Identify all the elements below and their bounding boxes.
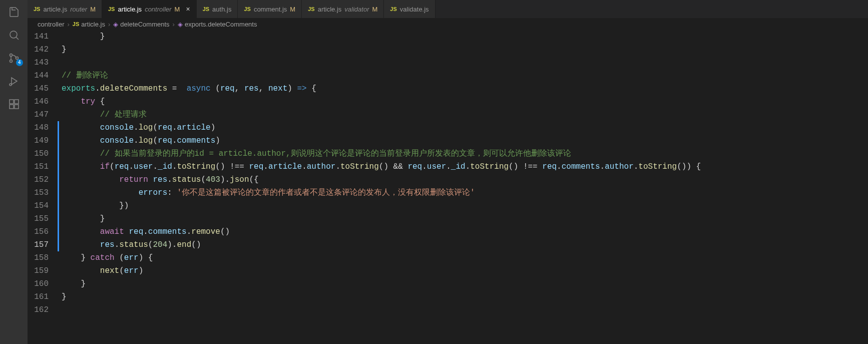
code-line[interactable]: errors: '你不是这篇被评论的文章的作者或者不是这条评论的发布人，没有权限… [62,186,868,199]
editor[interactable]: 1411421431441451461471481491501511521531… [28,30,868,344]
line-number: 158 [28,251,49,264]
code-line[interactable]: if(req.user._id.toString() !== req.artic… [62,160,868,173]
code-line[interactable]: // 处理请求 [62,108,868,121]
tab-article-js[interactable]: JSarticle.jsrouterM [28,0,102,18]
line-modified-marker [58,173,59,186]
code-line[interactable]: } [62,43,868,56]
close-icon[interactable]: × [186,5,190,13]
code-line[interactable] [62,303,868,316]
js-icon: JS [203,6,209,12]
tab-description: validator [344,6,369,13]
js-icon: JS [34,6,40,12]
line-number: 142 [28,43,49,56]
code-line[interactable]: exports.deleteComments = async (req, res… [62,82,868,95]
js-icon: JS [390,6,396,12]
breadcrumb-symbol-label: deleteComments [120,21,169,28]
extensions-icon[interactable] [7,97,21,111]
svg-point-2 [10,60,12,63]
code-line[interactable]: } [62,277,868,290]
main-area: JSarticle.jsrouterMJSarticle.jscontrolle… [28,0,868,344]
search-icon[interactable] [7,28,21,42]
line-number: 141 [28,30,49,43]
source-control-icon[interactable]: 4 [7,51,21,65]
tab-modified-indicator: M [90,6,96,13]
breadcrumbs[interactable]: controller › JS article.js › ◈ deleteCom… [28,18,868,30]
code-line[interactable]: try { [62,95,868,108]
js-icon: JS [108,6,115,12]
code-line[interactable]: return res.status(403).json({ [62,173,868,186]
line-number: 155 [28,212,49,225]
tab-filename: validate.js [400,6,429,13]
line-modified-marker [58,134,59,147]
js-icon: JS [308,6,314,12]
line-number: 151 [28,160,49,173]
code-line[interactable]: next(err) [62,264,868,277]
tab-filename: auth.js [212,6,231,13]
code-content[interactable]: }}// 删除评论exports.deleteComments = async … [60,30,868,344]
svg-point-1 [10,54,12,57]
svg-point-0 [10,31,17,38]
line-modified-marker [58,160,59,173]
code-line[interactable]: } [62,290,868,303]
line-number: 148 [28,121,49,134]
line-number: 156 [28,225,49,238]
code-line[interactable]: }) [62,199,868,212]
breadcrumb-file[interactable]: JS article.js [73,21,105,28]
svg-rect-5 [10,100,14,104]
activity-bar: 4 [0,0,28,344]
line-number: 153 [28,186,49,199]
code-line[interactable]: } catch (err) { [62,251,868,264]
breadcrumb-folder[interactable]: controller [38,21,64,28]
explorer-icon[interactable] [7,5,21,19]
svg-rect-7 [10,105,14,109]
breadcrumb-sep: › [67,21,69,28]
js-icon: JS [244,6,250,12]
breadcrumb-sep: › [108,21,110,28]
symbol-icon: ◈ [178,21,183,28]
tab-modified-indicator: M [372,6,377,13]
tab-modified-indicator: M [175,6,180,13]
svg-rect-8 [15,105,19,109]
line-number: 152 [28,173,49,186]
tab-filename: article.js [43,6,67,13]
breadcrumb-symbol[interactable]: ◈ deleteComments [113,21,169,28]
breadcrumb-symbol[interactable]: ◈ exports.deleteComments [178,21,257,28]
run-debug-icon[interactable] [7,74,21,88]
line-number: 157 [28,238,49,251]
line-number: 162 [28,303,49,316]
line-number: 146 [28,95,49,108]
tab-description: controller [145,6,171,13]
svg-point-4 [10,84,12,86]
code-line[interactable]: // 如果当前登录的用户的id = article.author,则说明这个评论… [62,147,868,160]
tab-article-js[interactable]: JSarticle.jscontrollerM× [102,0,197,18]
line-number: 159 [28,264,49,277]
code-line[interactable]: } [62,212,868,225]
scm-badge: 4 [16,59,23,66]
code-line[interactable]: console.log(req.comments) [62,134,868,147]
code-line[interactable]: res.status(204).end() [62,238,868,251]
line-modified-marker [58,199,59,212]
breadcrumb-file-label: article.js [81,21,105,28]
code-line[interactable] [62,56,868,69]
line-modified-marker [58,147,59,160]
code-line[interactable]: await req.comments.remove() [62,225,868,238]
breadcrumb-sep: › [173,21,175,28]
tab-article-js[interactable]: JSarticle.jsvalidatorM [302,0,384,18]
tab-validate-js[interactable]: JSvalidate.js [384,0,435,18]
line-number: 149 [28,134,49,147]
line-modified-marker [58,225,59,238]
tab-filename: comment.js [254,6,287,13]
line-number: 160 [28,277,49,290]
breadcrumb-symbol-label: exports.deleteComments [185,21,257,28]
symbol-icon: ◈ [113,21,118,28]
line-number: 154 [28,199,49,212]
tab-filename: article.js [318,6,342,13]
code-line[interactable]: } [62,30,868,43]
line-number: 143 [28,56,49,69]
tab-description: router [70,6,87,13]
tab-comment-js[interactable]: JScomment.jsM [238,0,302,18]
code-line[interactable]: console.log(req.article) [62,121,868,134]
tab-bar: JSarticle.jsrouterMJSarticle.jscontrolle… [28,0,868,18]
code-line[interactable]: // 删除评论 [62,69,868,82]
tab-auth-js[interactable]: JSauth.js [197,0,238,18]
